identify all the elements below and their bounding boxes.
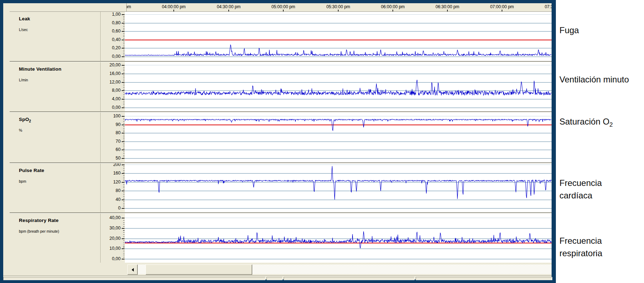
chart-panel: Leak L/sec 1,000,800,600,400,200,00 [10,12,552,61]
panel-title: SpO2 [19,117,31,123]
y-axis-label: 40,00 [110,215,121,220]
y-axis-tick [122,125,125,125]
arrow-left-icon [132,268,134,272]
y-axis-label: 50 [116,156,121,161]
y-axis-label: 20,00 [110,236,121,241]
y-axis-tick [122,141,125,142]
y-axis-tick [122,158,125,159]
statusbar-divider [3,276,552,276]
y-axis-label: 60 [116,147,121,152]
y-axis-label: 0 [118,206,121,211]
time-label: 07:30:00 pm [545,4,552,9]
y-axis-tick [122,99,125,100]
y-axis-tick [122,238,125,239]
panel-y-axis: 1,000,800,600,400,200,00 [100,12,125,61]
y-axis-label: 12,00 [110,80,121,85]
y-axis-tick [122,48,125,49]
time-label: 03:30:00 pm [127,4,131,9]
y-axis-tick [122,208,125,209]
annotation-fuga: Fuga [559,26,579,38]
y-axis-label: 4,00 [112,96,121,101]
chart-panels: Leak L/sec 1,000,800,600,400,200,00 Minu… [10,11,552,263]
time-label: 06:30:00 pm [436,4,460,9]
y-axis-tick [122,182,125,183]
y-axis-label: 1,00 [112,12,121,17]
panel-unit: L/sec [19,27,28,32]
y-axis-label: 80 [116,130,121,135]
y-axis-minor-ticks [123,116,125,158]
y-axis-label: 0,00 [112,105,121,110]
panel-title: Pulse Rate [19,168,44,174]
chart-panel: Respiratory Rate bpm (breath per minute)… [10,213,552,263]
panel-unit: bpm [19,179,26,183]
time-label: 06:00:00 pm [381,4,405,9]
statusbar-segment [267,277,283,280]
y-axis-tick [122,116,125,117]
y-axis-label: 16,00 [110,71,121,76]
y-axis-tick [122,82,125,83]
y-axis-tick [122,133,125,133]
y-axis-tick [122,90,125,91]
waveform-pulse-rate [125,163,552,212]
panel-label-cell: Leak L/sec [10,12,100,61]
panel-y-axis: 20016012080400 [100,163,125,212]
panel-plot-area[interactable] [125,163,552,212]
waveform-minute-ventilation [125,62,552,111]
statusbar-segment [416,277,552,280]
panel-label-cell: Respiratory Rate bpm (breath per minute) [10,213,100,263]
time-label: 04:00:00 pm [162,4,186,9]
panel-unit: bpm (breath per minute) [19,229,59,233]
y-axis-tick [122,228,125,229]
time-axis-scale[interactable]: 03:30:00 pm04:00:00 pm04:30:00 pm05:00:0… [127,3,552,11]
annotation-saturacion-o2: Saturación O2 [559,117,613,130]
y-axis-tick [122,74,125,74]
y-axis-label: 40 [116,197,121,202]
panel-y-axis: 40,0030,0020,0010,000,00 [100,213,125,263]
scroll-left-button[interactable] [127,264,138,275]
y-axis-label: 0,20 [112,45,121,50]
panel-title: Respiratory Rate [19,218,59,224]
y-axis-tick [122,173,125,174]
y-axis-minor-ticks [123,15,125,57]
y-axis-label: 70 [116,139,121,144]
horizontal-scrollbar[interactable] [3,263,552,276]
panel-plot-area[interactable] [125,112,552,162]
y-axis-label: 0,00 [112,54,121,59]
y-axis-label: 120 [113,180,121,185]
panel-plot-area[interactable] [125,62,552,111]
y-axis-tick [122,165,125,165]
panel-title: Leak [19,16,30,22]
panel-unit: % [19,128,22,132]
y-axis-tick [122,248,125,249]
panel-y-axis: 20,0016,0012,008,004,000,00 [100,62,125,111]
scrollbar-thumb[interactable] [146,264,252,275]
y-axis-label: 0,00 [112,256,121,261]
y-axis-tick [122,23,125,24]
annotation-frecuencia-cardiaca: Frecuenciacardíaca [559,178,602,200]
y-axis-label: 0,80 [112,20,121,25]
y-axis-label: 160 [113,171,121,176]
y-axis-label: 200 [113,163,121,167]
y-axis-tick [122,31,125,32]
panel-y-axis: 1009080706050 [100,112,125,162]
y-axis-label: 30,00 [110,226,121,231]
screen: 03:30:00 pm04:00:00 pm04:30:00 pm05:00:0… [0,0,644,283]
y-axis-tick [122,56,125,57]
y-axis-minor-ticks [123,65,125,108]
annotation-frecuencia-respiratoria: Frecuenciarespiratoria [559,236,602,258]
y-axis-tick [122,150,125,150]
y-axis-tick [122,14,125,15]
chart-panel: Minute Ventilation L/min 20,0016,0012,00… [10,62,552,111]
time-label: 07:00:00 pm [490,4,514,9]
panel-plot-area[interactable] [125,213,552,263]
statusbar-segment [3,277,265,280]
y-axis-label: 10,00 [110,246,121,251]
time-axis: 03:30:00 pm04:00:00 pm04:30:00 pm05:00:0… [3,3,552,11]
y-axis-minor-ticks [123,165,125,208]
y-axis-tick [122,191,125,191]
panel-plot-area[interactable] [125,12,552,61]
y-axis-tick [122,199,125,200]
panel-label-cell: Pulse Rate bpm [10,163,100,212]
y-axis-tick [122,107,125,108]
y-axis-label: 0,60 [112,29,121,34]
